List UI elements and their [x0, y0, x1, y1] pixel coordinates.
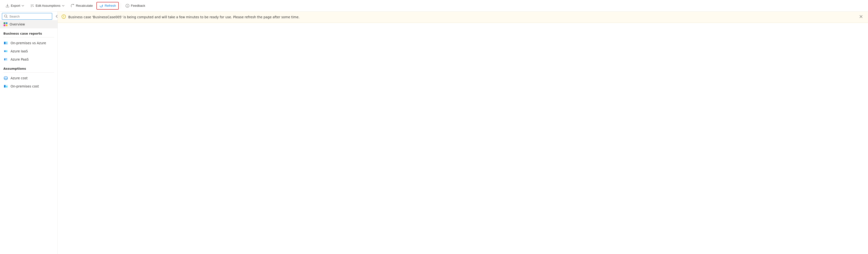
- overview-icon: [3, 22, 8, 26]
- svg-point-1: [5, 15, 7, 17]
- svg-rect-8: [6, 42, 7, 43]
- feedback-button[interactable]: Feedback: [123, 2, 148, 9]
- refresh-icon: [99, 4, 103, 8]
- recalculate-label: Recalculate: [76, 4, 93, 7]
- notification-close-button[interactable]: [858, 14, 864, 20]
- recalculate-icon: [71, 4, 74, 8]
- svg-rect-3: [6, 22, 7, 24]
- svg-rect-11: [4, 51, 5, 52]
- export-icon: [5, 4, 9, 8]
- azure-iaas-label: Azure IaaS: [10, 49, 28, 53]
- svg-point-0: [127, 5, 128, 5]
- sidebar-item-azure-cost[interactable]: Azure cost: [0, 74, 58, 82]
- svg-rect-7: [4, 42, 5, 44]
- sidebar-item-on-premises-cost[interactable]: On-premises cost: [0, 82, 58, 90]
- refresh-button[interactable]: Refresh: [96, 2, 119, 10]
- export-button[interactable]: Export: [3, 2, 27, 9]
- search-box[interactable]: [2, 13, 52, 20]
- close-icon: [859, 15, 863, 18]
- sidebar-item-azure-iaas[interactable]: Azure IaaS: [0, 47, 58, 55]
- notification-banner: Business case 'BusinessCase005' is being…: [58, 11, 868, 23]
- azure-iaas-icon: [3, 49, 8, 54]
- edit-assumptions-label: Edit Assumptions: [36, 4, 61, 7]
- svg-rect-5: [6, 25, 7, 26]
- refresh-label: Refresh: [104, 4, 116, 7]
- business-case-reports-header: Business case reports: [0, 28, 58, 36]
- sidebar-item-on-premises-vs-azure[interactable]: On-premises vs Azure: [0, 39, 58, 47]
- azure-cost-icon: [3, 76, 8, 81]
- on-premises-cost-icon: [3, 84, 8, 89]
- toolbar: Export Edit Assumptions Recalculate Refr…: [0, 0, 868, 11]
- svg-rect-12: [6, 51, 7, 52]
- feedback-label: Feedback: [131, 4, 145, 7]
- notification-message: Business case 'BusinessCase005' is being…: [68, 15, 300, 19]
- sidebar: Overview Business case reports On-premis…: [0, 11, 58, 254]
- sidebar-item-overview[interactable]: Overview: [0, 20, 58, 28]
- feedback-icon: [125, 4, 129, 8]
- export-label: Export: [11, 4, 20, 7]
- recalculate-button[interactable]: Recalculate: [68, 2, 96, 9]
- edit-assumptions-button[interactable]: Edit Assumptions: [28, 2, 67, 9]
- chevron-left-icon: [55, 15, 58, 18]
- sidebar-item-azure-paas[interactable]: Azure PaaS: [0, 55, 58, 63]
- content-area: Business case 'BusinessCase005' is being…: [58, 11, 868, 254]
- toolbar-separator: [121, 3, 121, 9]
- collapse-sidebar-button[interactable]: [53, 14, 58, 19]
- svg-rect-4: [4, 25, 5, 26]
- svg-rect-16: [6, 60, 7, 60]
- assumptions-header: Assumptions: [0, 63, 58, 71]
- svg-rect-20: [6, 86, 7, 88]
- svg-rect-19: [4, 85, 5, 88]
- svg-rect-9: [6, 43, 7, 44]
- on-premises-vs-azure-icon: [3, 41, 8, 45]
- main-layout: Overview Business case reports On-premis…: [0, 11, 868, 254]
- svg-rect-2: [4, 22, 5, 24]
- svg-rect-15: [6, 58, 7, 59]
- export-chevron-icon: [22, 5, 24, 7]
- edit-assumptions-chevron-icon: [62, 5, 64, 7]
- search-input[interactable]: [9, 15, 50, 18]
- on-premises-cost-label: On-premises cost: [10, 84, 39, 88]
- on-premises-vs-azure-label: On-premises vs Azure: [10, 41, 46, 45]
- azure-paas-icon: [3, 57, 8, 62]
- azure-paas-label: Azure PaaS: [10, 57, 29, 61]
- notification-warning-icon: [62, 14, 66, 20]
- edit-assumptions-icon: [30, 4, 34, 8]
- search-icon: [4, 14, 8, 18]
- azure-cost-label: Azure cost: [10, 76, 28, 80]
- svg-rect-14: [4, 58, 5, 60]
- svg-point-22: [63, 17, 64, 18]
- overview-label: Overview: [10, 22, 25, 26]
